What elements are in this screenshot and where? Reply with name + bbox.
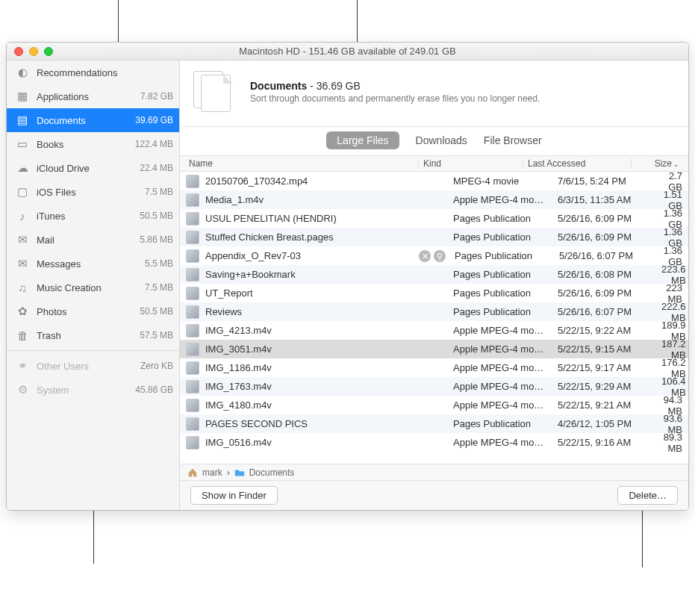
file-last-accessed: 5/26/16, 6:09 PM [553, 287, 661, 299]
file-last-accessed: 7/6/15, 5:24 PM [553, 175, 661, 187]
file-kind: Apple MPEG-4 mo… [449, 381, 553, 392]
file-kind: Apple MPEG-4 mo… [449, 343, 553, 355]
file-kind: Pages Publication [449, 418, 553, 429]
file-row[interactable]: Media_1.m4vApple MPEG-4 mo…6/3/15, 11:35… [180, 190, 688, 209]
storage-management-window: Macintosh HD - 151.46 GB available of 24… [6, 42, 689, 511]
column-name[interactable]: Name [186, 158, 419, 169]
category-header: Documents - 36.69 GB Sort through docume… [180, 60, 688, 127]
sidebar-item-size: 5.5 MB [145, 258, 173, 269]
file-last-accessed: 5/26/16, 6:09 PM [553, 231, 661, 243]
file-row[interactable]: PAGES SECOND PICSPages Publication4/26/1… [180, 414, 688, 433]
sidebar-item-mail[interactable]: ✉Mail5.86 MB [7, 228, 179, 252]
file-kind: Pages Publication [449, 269, 553, 280]
titlebar: Macintosh HD - 151.46 GB available of 24… [7, 43, 688, 60]
file-thumbnail-icon [186, 361, 199, 375]
show-in-finder-button[interactable]: Show in Finder [190, 486, 278, 505]
sidebar-item-size: 39.69 GB [135, 115, 173, 125]
file-kind: Apple MPEG-4 mo… [449, 325, 553, 336]
sidebar: ◐Recommendations▦Applications7.82 GB▤Doc… [7, 60, 180, 510]
quicklook-icon[interactable]: ⚲ [434, 250, 446, 262]
remove-icon[interactable]: ✕ [419, 250, 431, 262]
sidebar-item-size: 22.4 MB [140, 163, 173, 173]
file-name: Appendix_O_Rev7-03 [205, 250, 419, 261]
sidebar-item-label: iTunes [37, 211, 140, 222]
trash-icon: 🗑 [16, 329, 29, 342]
file-row[interactable]: Stuffed Chicken Breast.pagesPages Public… [180, 228, 688, 246]
delete-button[interactable]: Delete… [617, 486, 678, 505]
path-folder[interactable]: Documents [249, 467, 295, 478]
sidebar-item-label: Documents [37, 115, 135, 126]
file-name: Reviews [205, 306, 419, 317]
category-title: Documents - 36.69 GB [250, 80, 540, 92]
sidebar-item-label: System [37, 385, 135, 396]
cloud-icon: ☁ [16, 161, 29, 175]
column-kind[interactable]: Kind [419, 158, 523, 169]
tab-file-browser[interactable]: File Browser [484, 134, 542, 146]
sidebar-item-size: 50.5 MB [140, 211, 173, 221]
path-user[interactable]: mark [202, 467, 222, 478]
file-last-accessed: 4/26/12, 1:05 PM [553, 418, 661, 429]
file-row[interactable]: IMG_4213.m4vApple MPEG-4 mo…5/22/15, 9:2… [180, 321, 688, 340]
file-last-accessed: 5/26/16, 6:09 PM [553, 213, 661, 224]
file-thumbnail-icon [186, 343, 199, 356]
column-size[interactable]: Size⌄ [632, 158, 682, 169]
sidebar-item-label: iOS Files [37, 187, 145, 198]
file-last-accessed: 5/26/16, 6:08 PM [553, 269, 661, 280]
sidebar-item-books[interactable]: ▭Books122.4 MB [7, 132, 179, 156]
sidebar-item-itunes[interactable]: ♪iTunes50.5 MB [7, 204, 179, 228]
file-row[interactable]: 20150706_170342.mp4MPEG-4 movie7/6/15, 5… [180, 172, 688, 190]
sidebar-item-system[interactable]: ⚙System45.86 GB [7, 378, 179, 402]
sidebar-item-documents[interactable]: ▤Documents39.69 GB [7, 108, 179, 132]
sidebar-item-label: Applications [37, 91, 140, 102]
folder-icon[interactable] [234, 467, 245, 478]
sidebar-item-label: Messages [37, 258, 145, 270]
tab-downloads[interactable]: Downloads [416, 134, 467, 146]
file-row[interactable]: Saving+a+BookmarkPages Publication5/26/1… [180, 265, 688, 284]
minimize-window-button[interactable] [29, 47, 38, 56]
tab-large-files[interactable]: Large Files [326, 131, 399, 149]
file-row[interactable]: UT_ReportPages Publication5/26/16, 6:09 … [180, 284, 688, 302]
callout-leader [642, 508, 643, 567]
sidebar-item-messages[interactable]: ✉Messages5.5 MB [7, 252, 179, 276]
sidebar-item-trash[interactable]: 🗑Trash57.5 MB [7, 323, 179, 347]
sidebar-item-label: Recommendations [37, 67, 173, 78]
zoom-window-button[interactable] [44, 47, 53, 56]
lightbulb-icon: ◐ [16, 66, 29, 79]
file-row[interactable]: IMG_0516.m4vApple MPEG-4 mo…5/22/15, 9:1… [180, 433, 688, 452]
category-subtitle: Sort through documents and permanently e… [250, 93, 540, 104]
footer: Show in Finder Delete… [180, 480, 688, 510]
file-row[interactable]: IMG_1763.m4vApple MPEG-4 mo…5/22/15, 9:2… [180, 377, 688, 396]
path-bar: mark › Documents [180, 464, 688, 480]
sidebar-item-ios-files[interactable]: ▢iOS Files7.5 MB [7, 180, 179, 204]
file-row[interactable]: USUL PENELITIAN (HENDRI)Pages Publicatio… [180, 209, 688, 228]
file-row[interactable]: ReviewsPages Publication5/26/16, 6:07 PM… [180, 302, 688, 321]
sidebar-item-icloud-drive[interactable]: ☁iCloud Drive22.4 MB [7, 156, 179, 180]
file-name: USUL PENELITIAN (HENDRI) [205, 213, 419, 224]
file-row[interactable]: IMG_3051.m4vApple MPEG-4 mo…5/22/15, 9:1… [180, 340, 688, 358]
file-kind: Apple MPEG-4 mo… [449, 362, 553, 373]
sidebar-item-size: 45.86 GB [135, 385, 173, 395]
sidebar-item-music-creation[interactable]: ♫Music Creation7.5 MB [7, 276, 179, 299]
sidebar-item-other-users[interactable]: ⚭Other UsersZero KB [7, 354, 179, 378]
column-last-accessed[interactable]: Last Accessed [523, 158, 632, 169]
file-name: Media_1.m4v [205, 194, 419, 205]
music-icon: ♫ [16, 281, 29, 294]
sidebar-item-photos[interactable]: ✿Photos50.5 MB [7, 299, 179, 323]
file-kind: Pages Publication [449, 231, 553, 243]
file-last-accessed: 5/22/15, 9:22 AM [553, 325, 661, 336]
file-row[interactable]: Appendix_O_Rev7-03✕⚲Pages Publication5/2… [180, 246, 688, 265]
home-icon[interactable] [187, 467, 198, 478]
close-window-button[interactable] [14, 47, 23, 56]
file-thumbnail-icon [186, 417, 199, 431]
sidebar-item-applications[interactable]: ▦Applications7.82 GB [7, 84, 179, 108]
mail-icon: ✉ [16, 233, 29, 246]
file-kind: Apple MPEG-4 mo… [449, 437, 553, 448]
file-name: Stuffed Chicken Breast.pages [205, 231, 419, 243]
chevron-right-icon: › [227, 467, 230, 478]
sidebar-item-label: Other Users [37, 361, 140, 372]
sidebar-item-size: 50.5 MB [140, 306, 173, 317]
file-kind: Apple MPEG-4 mo… [449, 194, 553, 205]
file-row[interactable]: IMG_1186.m4vApple MPEG-4 mo…5/22/15, 9:1… [180, 358, 688, 377]
sidebar-item-recommendations[interactable]: ◐Recommendations [7, 60, 179, 84]
file-row[interactable]: IMG_4180.m4vApple MPEG-4 mo…5/22/15, 9:2… [180, 396, 688, 414]
